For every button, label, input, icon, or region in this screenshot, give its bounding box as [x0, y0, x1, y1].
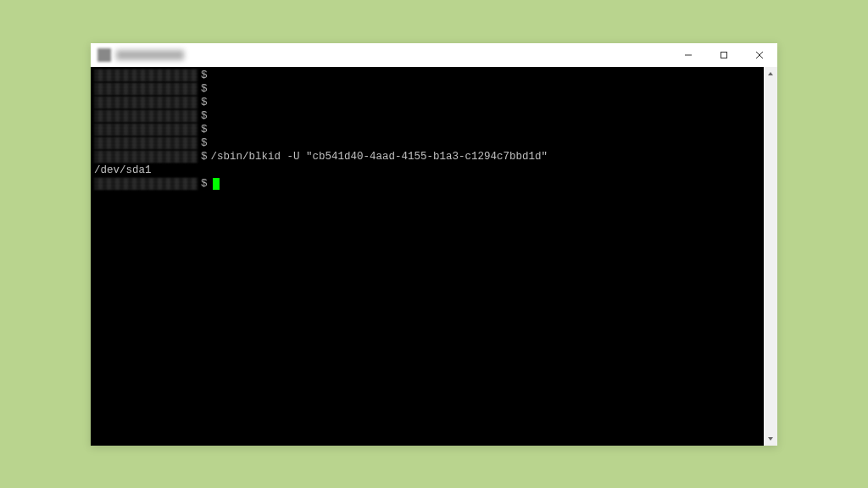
prompt-symbol: $	[201, 150, 208, 164]
terminal-body[interactable]: $$$$$$$/sbin/blkid -U "cb541d40-4aad-415…	[91, 67, 764, 446]
app-icon	[97, 48, 111, 62]
terminal-body-wrap: $$$$$$$/sbin/blkid -U "cb541d40-4aad-415…	[91, 67, 777, 446]
redacted-host	[94, 110, 198, 122]
terminal-line: $	[94, 136, 760, 150]
prompt-symbol: $	[201, 82, 208, 96]
redacted-host	[94, 137, 198, 149]
titlebar	[91, 43, 777, 67]
window-title	[116, 50, 184, 60]
current-prompt-line: $	[94, 177, 760, 191]
svg-rect-1	[721, 52, 727, 58]
redacted-host	[94, 83, 198, 95]
close-button[interactable]	[742, 43, 777, 67]
prompt-symbol: $	[201, 96, 208, 109]
terminal-line: $	[94, 82, 760, 96]
maximize-button[interactable]	[706, 43, 742, 67]
scroll-down-arrow-icon[interactable]	[764, 432, 777, 446]
terminal-line: $/sbin/blkid -U "cb541d40-4aad-4155-b1a3…	[94, 150, 760, 164]
terminal-line: $	[94, 96, 760, 109]
command-text: /sbin/blkid -U "cb541d40-4aad-4155-b1a3-…	[211, 150, 548, 164]
svg-marker-4	[768, 72, 773, 75]
redacted-host	[94, 178, 198, 190]
redacted-host	[94, 151, 198, 163]
prompt-symbol: $	[201, 109, 208, 123]
terminal-window: $$$$$$$/sbin/blkid -U "cb541d40-4aad-415…	[91, 43, 777, 446]
terminal-line: $	[94, 109, 760, 123]
redacted-host	[94, 97, 198, 108]
terminal-line: $	[94, 123, 760, 136]
output-line: /dev/sda1	[94, 164, 760, 177]
titlebar-left	[97, 48, 184, 62]
window-controls	[670, 43, 777, 67]
redacted-host	[94, 69, 198, 81]
redacted-host	[94, 124, 198, 136]
terminal-line: $	[94, 69, 760, 82]
prompt-symbol: $	[201, 69, 208, 82]
svg-marker-5	[768, 437, 773, 441]
vertical-scrollbar[interactable]	[764, 67, 777, 446]
scroll-up-arrow-icon[interactable]	[764, 67, 777, 80]
minimize-button[interactable]	[670, 43, 706, 67]
prompt-symbol: $	[201, 123, 208, 136]
prompt-symbol: $	[201, 177, 208, 191]
cursor-icon	[213, 178, 220, 190]
prompt-symbol: $	[201, 136, 208, 150]
